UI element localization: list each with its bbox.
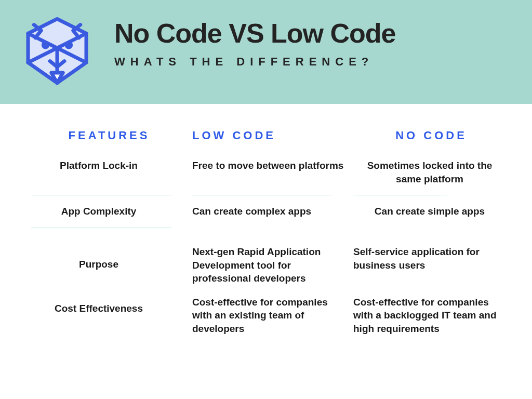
header-banner: No Code VS Low Code WHATS THE DIFFERENCE… xyxy=(0,0,532,104)
row-divider xyxy=(353,195,447,195)
row-divider xyxy=(31,195,171,195)
svg-point-6 xyxy=(43,43,47,47)
svg-point-7 xyxy=(66,43,71,47)
lowcode-value: Can create complex apps xyxy=(192,200,348,223)
nocode-value: Can create simple apps xyxy=(353,200,509,223)
lowcode-value: Next-gen Rapid Application Development t… xyxy=(192,240,348,290)
title-block: No Code VS Low Code WHATS THE DIFFERENCE… xyxy=(114,15,511,69)
column-header-features: FEATURES xyxy=(31,125,187,154)
column-header-lowcode: LOW CODE xyxy=(192,125,348,154)
column-header-nocode: NO CODE xyxy=(353,125,509,154)
row-divider xyxy=(31,228,171,228)
page-subtitle: WHATS THE DIFFERENCE? xyxy=(114,55,511,69)
nocode-value: Self-service application for business us… xyxy=(353,240,509,290)
tiger-logo-icon xyxy=(21,15,94,87)
feature-label: Platform Lock-in xyxy=(31,154,187,191)
feature-label: App Complexity xyxy=(31,200,187,223)
nocode-value: Cost-effective for companies with a back… xyxy=(353,290,509,341)
lowcode-value: Free to move between platforms xyxy=(192,154,348,191)
lowcode-value: Cost-effective for companies with an exi… xyxy=(192,290,348,341)
page-title: No Code VS Low Code xyxy=(114,18,511,49)
row-divider xyxy=(192,195,332,195)
feature-label: Purpose xyxy=(31,240,187,290)
feature-label: Cost Effectiveness xyxy=(31,290,187,341)
nocode-value: Sometimes locked into the same platform xyxy=(353,154,509,191)
comparison-table: FEATURES LOW CODE NO CODE Platform Lock-… xyxy=(0,104,532,341)
